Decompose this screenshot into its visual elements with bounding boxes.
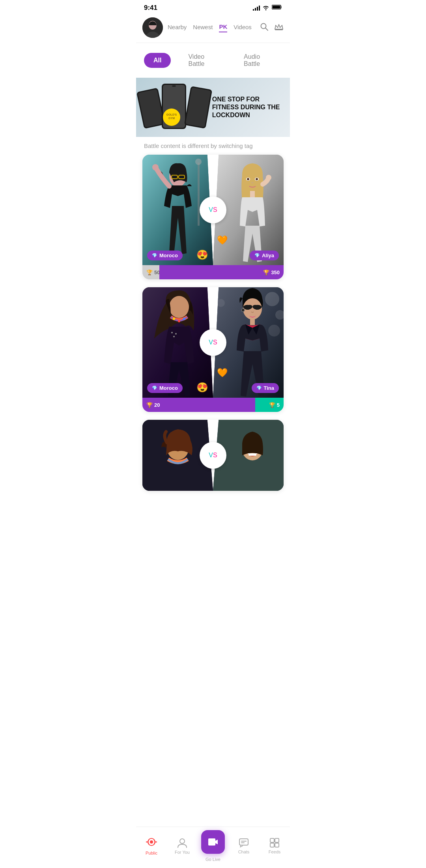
score-left: 🏆 50 [142, 265, 159, 279]
svg-point-43 [265, 292, 279, 306]
center-emoji-2: 🧡 [217, 368, 228, 378]
status-bar: 9:41 [136, 0, 290, 14]
score-right-value: 350 [271, 269, 280, 275]
tab-pk[interactable]: PK [219, 23, 227, 32]
score-bar-2: 🏆 20 🏆 5 [142, 398, 284, 412]
svg-point-30 [247, 178, 249, 180]
svg-rect-1 [273, 6, 280, 9]
battle-left-name-2: 💎 Moroco [147, 383, 183, 393]
avatar[interactable] [142, 17, 163, 38]
right-username: Aliya [262, 253, 274, 258]
svg-point-31 [256, 178, 258, 180]
status-icons [253, 4, 282, 11]
svg-rect-50 [250, 319, 255, 325]
svg-point-25 [152, 164, 159, 170]
banner: GOLD'S GYM ONE STOP FOR FITNESS DURING T… [136, 78, 290, 137]
battle-list: 💎 Moroco 😍 VS [136, 155, 290, 530]
battle-images-3: VS [142, 420, 284, 491]
filter-video-battle[interactable]: Video Battle [179, 49, 226, 71]
left-username: Moroco [159, 253, 178, 258]
svg-rect-9 [138, 89, 164, 127]
score-right: 🏆 350 [159, 265, 284, 279]
nav-icons [260, 22, 284, 33]
status-time: 9:41 [144, 4, 157, 12]
nav-tabs: Nearby Newest PK Videos [168, 23, 257, 32]
svg-text:GOLD'S: GOLD'S [166, 113, 177, 116]
svg-point-49 [241, 309, 245, 312]
battle-card[interactable]: 💎 Moroco 😍 VS [142, 155, 284, 279]
trophy-icon-left: 🏆 [146, 269, 153, 275]
wifi-icon [262, 5, 269, 11]
banner-text: ONE STOP FOR FITNESS DURING THE LOCKDOWN [212, 95, 286, 119]
search-icon[interactable] [260, 22, 269, 33]
right-username-2: Tina [264, 385, 275, 391]
crown-icon[interactable] [274, 23, 284, 33]
battle-right-name-2: 💎 Tina [252, 383, 279, 393]
svg-text:GYM: GYM [168, 117, 175, 120]
banner-phones: GOLD'S GYM [136, 78, 221, 137]
gem-icon-2: 💎 [152, 385, 157, 391]
filter-all[interactable]: All [144, 53, 171, 68]
svg-line-6 [265, 28, 268, 30]
center-emoji: 🧡 [217, 235, 228, 245]
battery-icon [272, 4, 282, 11]
gem-icon-right: 💎 [254, 253, 260, 258]
svg-rect-17 [185, 88, 211, 127]
signal-icon [253, 5, 260, 11]
tab-newest[interactable]: Newest [193, 24, 213, 32]
filter-bar: All Video Battle Audio Battle [136, 43, 290, 78]
svg-point-35 [169, 296, 189, 318]
svg-rect-19 [198, 163, 200, 226]
svg-rect-7 [275, 29, 283, 30]
left-emoji-2: 😍 [196, 382, 208, 393]
battle-left-name: 💎 Moroco [147, 251, 183, 260]
trophy-icon-left-2: 🏆 [146, 402, 153, 408]
battle-right-name: 💎 Aliya [250, 251, 279, 260]
battle-images: 💎 Moroco 😍 VS [142, 155, 284, 265]
svg-point-37 [178, 320, 180, 322]
left-emoji: 😍 [196, 249, 208, 260]
score-right-value-2: 5 [277, 402, 280, 408]
tab-nearby[interactable]: Nearby [168, 24, 187, 32]
battle-images-2: 💎 Moroco 😍 VS [142, 287, 284, 398]
info-text: Battle content is different by switching… [136, 137, 290, 155]
vs-badge: VS [200, 196, 226, 223]
top-nav: Nearby Newest PK Videos [136, 14, 290, 43]
svg-point-32 [266, 175, 271, 180]
svg-point-20 [195, 159, 202, 165]
score-left-2: 🏆 20 [142, 398, 255, 412]
battle-card-2[interactable]: 💎 Moroco 😍 VS [142, 287, 284, 412]
filter-audio-battle[interactable]: Audio Battle [234, 49, 282, 71]
vs-badge-2: VS [200, 329, 226, 356]
svg-point-39 [171, 332, 173, 333]
score-right-2: 🏆 5 [255, 398, 284, 412]
svg-point-38 [183, 318, 185, 320]
trophy-icon-right: 🏆 [263, 269, 269, 275]
trophy-icon-right-2: 🏆 [269, 402, 275, 408]
left-username-2: Moroco [159, 385, 178, 391]
score-bar: 🏆 50 🏆 350 [142, 265, 284, 279]
svg-point-41 [175, 333, 177, 335]
svg-point-40 [173, 336, 175, 337]
gem-icon-right-2: 💎 [256, 385, 262, 391]
battle-card-3[interactable]: VS [142, 420, 284, 491]
svg-point-46 [217, 299, 225, 307]
gem-icon: 💎 [152, 253, 157, 258]
banner-tagline: ONE STOP FOR FITNESS DURING THE LOCKDOWN [212, 95, 286, 119]
svg-point-36 [173, 318, 175, 320]
score-left-value-2: 20 [154, 402, 160, 408]
svg-point-45 [268, 325, 280, 337]
svg-point-12 [172, 85, 176, 87]
vs-badge-3: VS [200, 442, 226, 469]
svg-rect-33 [250, 191, 255, 198]
tab-videos[interactable]: Videos [234, 24, 252, 32]
svg-rect-57 [248, 454, 256, 456]
